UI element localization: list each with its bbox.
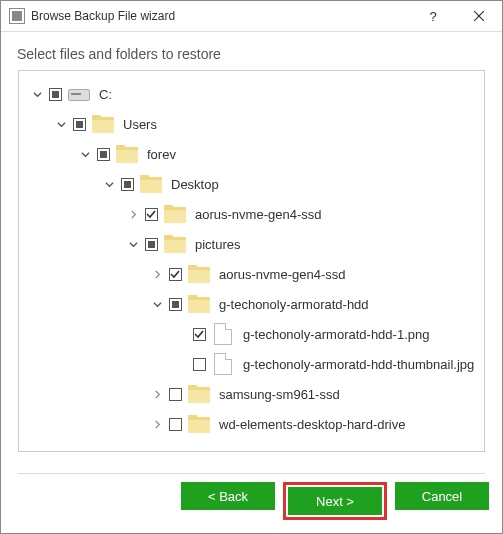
tree-node[interactable]: forev (19, 139, 484, 169)
checkbox[interactable] (117, 178, 137, 191)
node-icon (185, 415, 213, 433)
checkbox[interactable] (141, 208, 161, 221)
chevron-right-icon[interactable] (125, 210, 141, 219)
tree-node[interactable]: g-techonoly-armoratd-hdd-1.png (19, 319, 484, 349)
chevron-right-icon[interactable] (149, 420, 165, 429)
node-label: g-techonoly-armoratd-hdd (213, 297, 369, 312)
node-label: aorus-nvme-gen4-ssd (213, 267, 345, 282)
checkbox[interactable] (45, 88, 65, 101)
titlebar: Browse Backup File wizard ? (1, 1, 502, 32)
node-icon (209, 323, 237, 345)
back-button[interactable]: < Back (181, 482, 275, 510)
tree-node[interactable]: Desktop (19, 169, 484, 199)
checkbox[interactable] (69, 118, 89, 131)
checkbox[interactable] (189, 328, 209, 341)
file-icon (214, 353, 232, 375)
node-label: Users (117, 117, 157, 132)
tree-node[interactable]: samsung-sm961-ssd (19, 379, 484, 409)
node-icon (161, 205, 189, 223)
tree-node[interactable]: pictures (19, 229, 484, 259)
checkbox[interactable] (165, 298, 185, 311)
tree-node[interactable]: g-techonoly-armoratd-hdd-thumbnail.jpg (19, 349, 484, 379)
node-icon (185, 295, 213, 313)
tree-node[interactable]: C: (19, 79, 484, 109)
node-icon (185, 265, 213, 283)
chevron-right-icon[interactable] (149, 390, 165, 399)
node-icon (209, 353, 237, 375)
node-icon (65, 85, 93, 103)
close-button[interactable] (456, 1, 502, 32)
separator (18, 473, 485, 474)
folder-icon (164, 205, 186, 223)
next-highlight: Next > (283, 482, 387, 520)
tree-node[interactable]: wd-elements-desktop-hard-drive (19, 409, 484, 439)
folder-icon (116, 145, 138, 163)
node-label: C: (93, 87, 112, 102)
node-label: pictures (189, 237, 241, 252)
folder-icon (92, 115, 114, 133)
window-title: Browse Backup File wizard (31, 9, 410, 23)
checkbox[interactable] (165, 418, 185, 431)
node-icon (161, 235, 189, 253)
file-icon (214, 323, 232, 345)
drive-icon (68, 85, 90, 103)
checkbox[interactable] (189, 358, 209, 371)
app-icon (9, 8, 25, 24)
folder-icon (140, 175, 162, 193)
folder-icon (188, 265, 210, 283)
chevron-down-icon[interactable] (29, 90, 45, 99)
node-icon (137, 175, 165, 193)
tree-node[interactable]: g-techonoly-armoratd-hdd (19, 289, 484, 319)
node-label: Desktop (165, 177, 219, 192)
page-subtitle: Select files and folders to restore (1, 32, 502, 62)
node-icon (185, 385, 213, 403)
checkbox[interactable] (165, 388, 185, 401)
node-label: aorus-nvme-gen4-ssd (189, 207, 321, 222)
checkbox[interactable] (141, 238, 161, 251)
folder-icon (164, 235, 186, 253)
node-label: g-techonoly-armoratd-hdd-thumbnail.jpg (237, 357, 474, 372)
node-icon (89, 115, 117, 133)
tree-node[interactable]: aorus-nvme-gen4-ssd (19, 199, 484, 229)
folder-icon (188, 295, 210, 313)
chevron-down-icon[interactable] (101, 180, 117, 189)
node-label: g-techonoly-armoratd-hdd-1.png (237, 327, 429, 342)
node-label: wd-elements-desktop-hard-drive (213, 417, 405, 432)
file-tree[interactable]: C:UsersforevDesktopaorus-nvme-gen4-ssdpi… (18, 70, 485, 452)
tree-node[interactable]: Users (19, 109, 484, 139)
node-icon (113, 145, 141, 163)
node-label: samsung-sm961-ssd (213, 387, 340, 402)
cancel-button[interactable]: Cancel (395, 482, 489, 510)
folder-icon (188, 385, 210, 403)
chevron-right-icon[interactable] (149, 270, 165, 279)
checkbox[interactable] (93, 148, 113, 161)
folder-icon (188, 415, 210, 433)
button-bar: < Back Next > Cancel (181, 482, 489, 520)
help-button[interactable]: ? (410, 1, 456, 32)
checkbox[interactable] (165, 268, 185, 281)
chevron-down-icon[interactable] (77, 150, 93, 159)
next-button[interactable]: Next > (288, 487, 382, 515)
chevron-down-icon[interactable] (125, 240, 141, 249)
chevron-down-icon[interactable] (149, 300, 165, 309)
tree-node[interactable]: aorus-nvme-gen4-ssd (19, 259, 484, 289)
node-label: forev (141, 147, 176, 162)
chevron-down-icon[interactable] (53, 120, 69, 129)
